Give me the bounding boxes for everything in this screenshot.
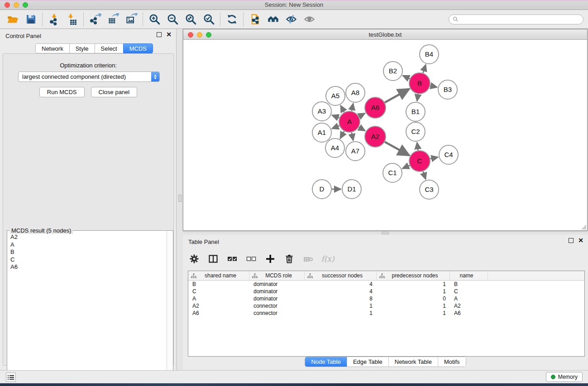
column-header-shared-name[interactable]: shared name bbox=[188, 271, 249, 280]
close-table-panel-icon[interactable]: ✕ bbox=[578, 238, 583, 243]
table-cell[interactable]: A2 bbox=[450, 302, 488, 310]
network-window-titlebar[interactable]: testGlobe.txt bbox=[183, 29, 587, 40]
table-cell[interactable]: dominator bbox=[249, 288, 305, 295]
graph-node-D[interactable]: D bbox=[312, 180, 331, 199]
columns-button[interactable] bbox=[206, 251, 221, 267]
table-cell[interactable]: 1 bbox=[305, 302, 377, 310]
edge-A-A1[interactable] bbox=[332, 126, 339, 129]
edge-A-A4[interactable] bbox=[340, 131, 344, 138]
graph-node-C[interactable]: C bbox=[409, 151, 430, 172]
graph-node-D1[interactable]: D1 bbox=[342, 180, 361, 199]
table-cell[interactable]: connector bbox=[249, 302, 305, 310]
export-image-button[interactable] bbox=[122, 12, 140, 27]
zoom-fit-button[interactable] bbox=[182, 12, 200, 27]
float-panel-icon[interactable] bbox=[157, 32, 162, 37]
check-all-button[interactable] bbox=[225, 251, 240, 267]
table-cell[interactable]: A bbox=[188, 295, 249, 302]
zoom-selected-button[interactable] bbox=[200, 12, 218, 27]
result-item[interactable]: B bbox=[9, 248, 166, 256]
table-cell[interactable]: 4 bbox=[305, 281, 377, 288]
refresh-button[interactable] bbox=[223, 12, 241, 27]
tab-network-table[interactable]: Network Table bbox=[389, 357, 438, 367]
fx-button[interactable]: f(x) bbox=[320, 251, 335, 267]
delete-table-button[interactable] bbox=[301, 251, 316, 267]
table-row[interactable]: Cdominator41C bbox=[188, 288, 584, 295]
graph-node-A4[interactable]: A4 bbox=[325, 138, 344, 157]
tab-node-table[interactable]: Node Table bbox=[305, 357, 347, 367]
graph-node-C1[interactable]: C1 bbox=[383, 163, 402, 182]
network-graph[interactable]: B4 B2 B B3 A5 A8 A6 B1 A3 A A1 C2 A2 A4 … bbox=[183, 40, 587, 230]
optimization-criterion-dropdown[interactable]: largest connected component (directed) bbox=[18, 71, 160, 82]
table-row[interactable]: Bdominator41B bbox=[188, 281, 584, 288]
graph-node-A6[interactable]: A6 bbox=[365, 97, 386, 118]
table-cell[interactable]: A2 bbox=[188, 302, 249, 310]
column-header-predecessor-nodes[interactable]: predecessor nodes bbox=[377, 271, 450, 280]
table-row[interactable]: A6connector11A6 bbox=[188, 310, 584, 317]
graph-node-A7[interactable]: A7 bbox=[346, 142, 365, 161]
network-canvas[interactable]: B4 B2 B B3 A5 A8 A6 B1 A3 A A1 C2 A2 A4 … bbox=[183, 40, 587, 230]
task-history-button[interactable] bbox=[6, 372, 16, 382]
graph-node-B[interactable]: B bbox=[409, 73, 430, 94]
zoom-out-button[interactable] bbox=[163, 12, 182, 27]
edge-B-B2[interactable] bbox=[403, 76, 410, 79]
gear-button[interactable] bbox=[186, 251, 202, 267]
table-cell[interactable]: 0 bbox=[377, 295, 450, 302]
table-cell[interactable]: 1 bbox=[305, 310, 377, 317]
table-cell[interactable]: A6 bbox=[188, 310, 249, 317]
result-item[interactable]: A2 bbox=[9, 234, 166, 241]
table-cell[interactable]: 8 bbox=[305, 295, 377, 302]
add-button[interactable] bbox=[263, 251, 278, 267]
table-cell[interactable]: C bbox=[188, 288, 249, 295]
tab-style[interactable]: Style bbox=[69, 43, 95, 53]
column-header-successor-nodes[interactable]: successor nodes bbox=[305, 271, 377, 280]
table-cell[interactable]: B bbox=[450, 281, 488, 288]
resize-grip[interactable] bbox=[580, 224, 587, 230]
table-cell[interactable]: 1 bbox=[377, 281, 450, 288]
home-button[interactable] bbox=[264, 12, 282, 27]
folder-open-button[interactable] bbox=[4, 12, 22, 27]
edge-A-A6[interactable] bbox=[359, 113, 365, 116]
edge-A-A5[interactable] bbox=[341, 105, 344, 112]
table-cell[interactable]: C bbox=[450, 288, 488, 295]
edge-B-B4[interactable] bbox=[423, 65, 426, 73]
run-mcds-button[interactable]: Run MCDS bbox=[39, 87, 85, 97]
graph-node-A3[interactable]: A3 bbox=[312, 102, 331, 121]
trash-button[interactable] bbox=[282, 251, 297, 267]
duplicate-network-button[interactable] bbox=[246, 12, 264, 27]
tab-motifs[interactable]: Motifs bbox=[438, 357, 466, 367]
edge-A-A7[interactable] bbox=[352, 133, 354, 141]
tab-select[interactable]: Select bbox=[95, 43, 123, 53]
edge-C-C1[interactable] bbox=[402, 166, 410, 169]
result-item[interactable]: A6 bbox=[9, 263, 166, 271]
edge-B-B1[interactable] bbox=[417, 94, 418, 101]
graph-node-B1[interactable]: B1 bbox=[406, 102, 425, 121]
graph-node-A8[interactable]: A8 bbox=[346, 83, 365, 102]
table-row[interactable]: A2connector11A2 bbox=[188, 302, 584, 310]
import-table-button[interactable] bbox=[63, 12, 81, 27]
result-scrollbar[interactable] bbox=[167, 231, 172, 386]
uncheck-all-button[interactable] bbox=[244, 251, 259, 267]
graph-node-B2[interactable]: B2 bbox=[383, 62, 402, 81]
graph-node-A[interactable]: A bbox=[339, 111, 360, 132]
graph-node-A1[interactable]: A1 bbox=[312, 123, 331, 142]
result-item[interactable]: A bbox=[9, 241, 166, 249]
search-input[interactable] bbox=[459, 16, 579, 23]
table-cell[interactable]: connector bbox=[249, 310, 305, 317]
memory-button[interactable]: Memory bbox=[546, 372, 583, 382]
close-panel-icon[interactable]: ✕ bbox=[166, 32, 172, 37]
export-table-button[interactable] bbox=[104, 12, 122, 27]
table-cell[interactable]: dominator bbox=[249, 281, 305, 288]
import-network-button[interactable] bbox=[45, 12, 63, 27]
table-cell[interactable]: dominator bbox=[249, 295, 305, 302]
edge-B-B3[interactable] bbox=[430, 86, 437, 87]
hide-details-button[interactable] bbox=[282, 12, 300, 27]
tab-network[interactable]: Network bbox=[35, 43, 69, 53]
graph-node-C3[interactable]: C3 bbox=[420, 180, 439, 199]
table-cell[interactable]: 1 bbox=[377, 288, 450, 295]
table-row[interactable]: Adominator80A bbox=[188, 295, 584, 302]
search-box[interactable] bbox=[449, 14, 583, 24]
edge-C-C3[interactable] bbox=[423, 172, 426, 179]
graph-node-B4[interactable]: B4 bbox=[420, 45, 439, 64]
table-cell[interactable]: B bbox=[188, 281, 249, 288]
table-cell[interactable]: A6 bbox=[450, 310, 488, 317]
